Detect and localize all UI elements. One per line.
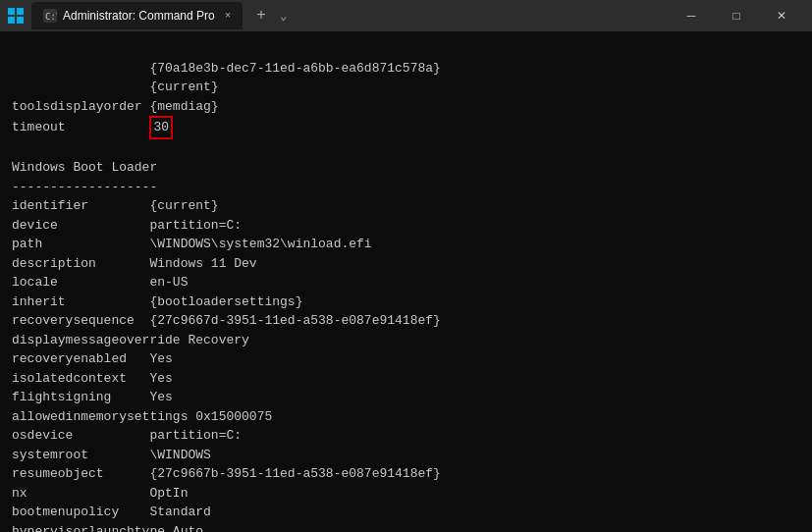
line-inherit: inherit {bootloadersettings} [12,294,302,309]
svg-rect-0 [8,8,15,15]
svg-rect-2 [8,17,15,24]
line-allowedinmemory: allowedinmemorysettings 0x15000075 [12,409,272,424]
terminal-body: {70a18e3b-dec7-11ed-a6bb-ea6d871c578a} {… [0,31,812,532]
line-hypervisor: hypervisorlaunchtype Auto [12,524,203,533]
active-tab[interactable]: C:\ Administrator: Command Pro × [31,2,243,29]
os-icon [8,8,24,24]
close-button[interactable]: ✕ [759,0,804,31]
svg-rect-1 [17,8,24,15]
line-isolatedcontext: isolatedcontext Yes [12,371,173,386]
line-bootmenupolicy: bootmenupolicy Standard [12,505,211,519]
line-recoveryenabled: recoveryenabled Yes [12,351,173,366]
line-toolsdisplay: toolsdisplayorder {memdiag} [12,99,219,114]
titlebar: C:\ Administrator: Command Pro × + ⌄ ─ □… [0,0,812,31]
line-identifier: identifier {current} [12,198,219,213]
line-resumeobject: resumeobject {27c9667b-3951-11ed-a538-e0… [12,466,441,481]
tab-title: Administrator: Command Pro [63,9,215,23]
window: C:\ Administrator: Command Pro × + ⌄ ─ □… [0,0,812,532]
line-description: description Windows 11 Dev [12,256,257,271]
minimize-button[interactable]: ─ [669,0,714,31]
timeout-value: 30 [149,116,173,139]
line-systemroot: systemroot \WINDOWS [12,448,211,462]
cmd-icon: C:\ [43,9,57,23]
line-path: path \WINDOWS\system32\winload.efi [12,237,372,251]
line-current: {current} [12,80,219,94]
window-controls: ─ □ ✕ [669,0,804,31]
line-locale: locale en-US [12,275,188,290]
line-recoverysequence: recoverysequence {27c9667d-3951-11ed-a53… [12,313,441,328]
line-flightsigning: flightsigning Yes [12,390,173,404]
terminal-output: {70a18e3b-dec7-11ed-a6bb-ea6d871c578a} {… [12,39,800,532]
line-separator: ------------------- [12,180,157,194]
new-tab-button[interactable]: + [250,7,272,25]
line-device: device partition=C: [12,218,242,233]
close-tab-button[interactable]: × [225,10,232,22]
titlebar-left: C:\ Administrator: Command Pro × + ⌄ [8,2,661,29]
line-osdevice: osdevice partition=C: [12,428,242,443]
tab-dropdown-button[interactable]: ⌄ [280,9,287,24]
line-guid: {70a18e3b-dec7-11ed-a6bb-ea6d871c578a} [12,61,441,76]
svg-text:C:\: C:\ [45,12,57,22]
line-displaymessage: displaymessageoverride Recovery [12,333,249,347]
svg-rect-3 [17,17,24,24]
maximize-button[interactable]: □ [714,0,759,31]
line-nx: nx OptIn [12,486,188,501]
line-timeout: timeout 30 [12,120,173,134]
line-boot-loader-header: Windows Boot Loader [12,160,157,175]
